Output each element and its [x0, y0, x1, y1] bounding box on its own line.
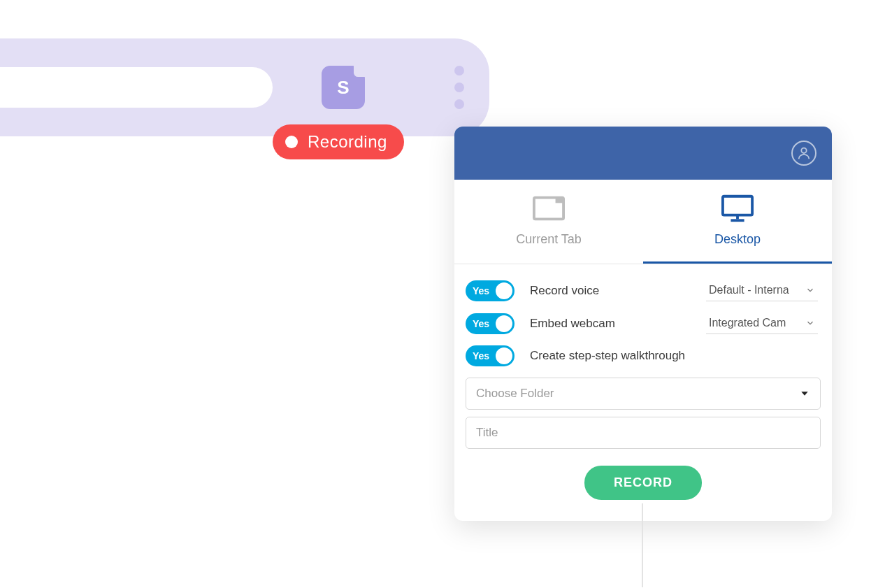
title-input[interactable]: Title — [466, 417, 821, 449]
svg-rect-2 — [556, 198, 564, 203]
option-embed-webcam: Yes Embed webcam Integrated Cam — [461, 307, 822, 340]
extension-icon[interactable]: S — [322, 66, 365, 109]
browser-toolbar: S — [0, 38, 489, 136]
recording-label: Recording — [308, 132, 387, 152]
tab-label: Current Tab — [516, 232, 582, 247]
option-label: Create step-step walkthrough — [530, 349, 818, 363]
actions: RECORD — [454, 456, 832, 521]
address-bar[interactable] — [0, 67, 273, 108]
recorder-popup: Current Tab Desktop Yes Record voice Def… — [454, 127, 832, 521]
fields-group: Choose Folder Title — [454, 373, 832, 449]
tab-current-tab[interactable]: Current Tab — [454, 180, 643, 264]
chevron-down-icon — [805, 285, 815, 295]
profile-icon[interactable] — [791, 141, 816, 166]
popup-header — [454, 127, 832, 180]
tab-label: Desktop — [714, 232, 761, 247]
select-value: Integrated Cam — [709, 317, 803, 329]
tab-icon — [533, 194, 565, 222]
placeholder-text: Title — [476, 426, 498, 440]
toggle-embed-webcam[interactable]: Yes — [466, 313, 515, 334]
camera-source-select[interactable]: Integrated Cam — [706, 313, 818, 334]
placeholder-text: Choose Folder — [476, 387, 554, 401]
monitor-icon — [721, 194, 754, 222]
svg-rect-3 — [723, 196, 752, 215]
option-label: Record voice — [530, 284, 691, 298]
toggle-knob — [496, 282, 512, 299]
option-walkthrough: Yes Create step-step walkthrough — [461, 340, 822, 372]
record-dot-icon — [285, 136, 298, 148]
record-button[interactable]: RECORD — [584, 466, 702, 500]
recording-indicator: Recording — [273, 124, 404, 159]
toggle-walkthrough[interactable]: Yes — [466, 345, 515, 366]
option-label: Embed webcam — [530, 317, 691, 331]
choose-folder-select[interactable]: Choose Folder — [466, 378, 821, 410]
decorative-line — [642, 503, 643, 587]
chevron-down-icon — [805, 318, 815, 328]
toggle-record-voice[interactable]: Yes — [466, 280, 515, 301]
option-record-voice: Yes Record voice Default - Interna — [461, 274, 822, 307]
extension-letter: S — [337, 77, 349, 99]
chevron-down-icon — [799, 388, 810, 399]
select-value: Default - Interna — [709, 284, 803, 296]
options-group: Yes Record voice Default - Interna Yes E… — [454, 264, 832, 373]
tab-desktop[interactable]: Desktop — [643, 180, 832, 264]
kebab-menu-icon[interactable] — [454, 66, 464, 109]
toggle-knob — [496, 315, 512, 332]
source-tabs: Current Tab Desktop — [454, 180, 832, 264]
svg-point-0 — [801, 148, 806, 153]
audio-source-select[interactable]: Default - Interna — [706, 280, 818, 301]
toggle-knob — [496, 347, 512, 364]
